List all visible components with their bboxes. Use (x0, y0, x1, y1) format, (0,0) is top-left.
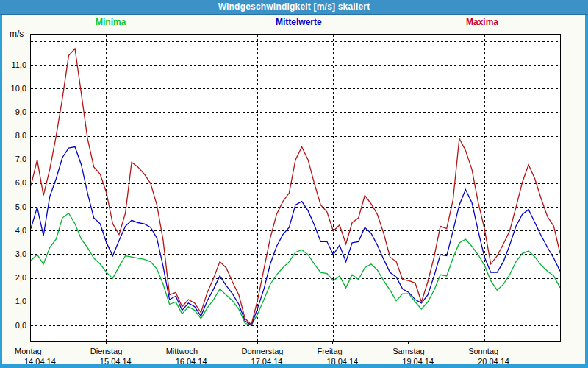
x-date-label: 17.04.14 (251, 357, 283, 366)
y-tick-label: 0,0 (1, 320, 26, 330)
y-tick-label: 9,0 (1, 107, 26, 117)
series-line-mittelwerte (31, 147, 560, 325)
x-axis-tick (408, 341, 409, 344)
legend-mittelwerte: Mittelwerte (276, 17, 322, 27)
y-tick-label: 8,0 (1, 130, 26, 141)
window-title-bar: Windgeschwindigkeit [m/s] skaliert (0, 0, 588, 15)
legend-minima: Minima (96, 17, 126, 27)
y-tick-label: 5,0 (1, 202, 26, 212)
y-tick-label: 1,0 (1, 296, 26, 306)
window-title: Windgeschwindigkeit [m/s] skaliert (218, 1, 370, 12)
x-date-label: 18.04.14 (326, 357, 358, 366)
x-date-label: 16.04.14 (176, 357, 207, 366)
x-date-label: 20.04.14 (478, 357, 509, 366)
y-tick-label: 3,0 (1, 249, 26, 259)
legend-maxima: Maxima (466, 17, 498, 27)
x-date-label: 15.04.14 (100, 357, 132, 366)
x-day-label: Dienstag (90, 347, 122, 355)
x-axis-tick (257, 341, 258, 344)
chart-canvas (31, 35, 560, 341)
y-tick-label: 10,0 (1, 83, 26, 93)
x-day-label: Samstag (392, 347, 424, 355)
plot-area (30, 34, 561, 342)
wind-speed-chart-window: Windgeschwindigkeit [m/s] skaliert Minim… (0, 0, 588, 368)
y-axis-unit-label: m/s (10, 29, 24, 39)
window-border-right (585, 15, 588, 368)
y-tick-label: 11,0 (1, 60, 26, 70)
x-day-label: Freitag (317, 347, 342, 355)
series-line-maxima (31, 49, 560, 325)
x-date-label: 14.04.14 (24, 357, 56, 366)
x-axis-tick (484, 341, 484, 344)
x-axis-tick (332, 341, 333, 344)
y-tick-label: 6,0 (1, 177, 26, 188)
x-day-label: Sonntag (468, 347, 498, 355)
x-day-label: Mittwoch (166, 347, 198, 355)
x-day-label: Donnerstag (242, 347, 284, 355)
x-day-label: Montag (15, 347, 42, 355)
series-line-minima (31, 213, 560, 325)
y-tick-label: 4,0 (1, 225, 26, 236)
x-date-label: 19.04.14 (402, 357, 434, 366)
x-axis-tick (182, 341, 182, 344)
y-tick-label: 7,0 (1, 154, 26, 164)
y-tick-label: 2,0 (1, 272, 26, 283)
x-axis-tick (106, 341, 107, 344)
